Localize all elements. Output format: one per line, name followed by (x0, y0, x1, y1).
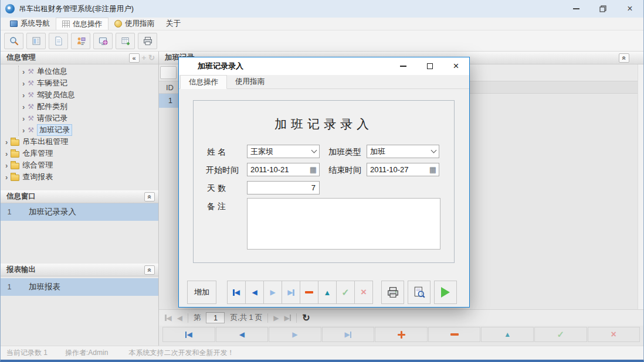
record-next-button[interactable]: ▶ (269, 327, 321, 342)
dialog-close-icon[interactable]: × (443, 57, 469, 75)
tree-item-overtime-record[interactable]: ›⚒ 加班记录 (19, 124, 158, 136)
record-confirm-button[interactable]: ✓ (534, 327, 587, 342)
page-first-icon[interactable]: ◀ (165, 315, 172, 322)
name-combobox[interactable] (247, 145, 320, 158)
delete-record-button[interactable] (300, 281, 318, 304)
tree-folder-warehouse[interactable]: › 仓库管理 (1, 148, 158, 159)
page-number-input[interactable] (206, 312, 225, 323)
cancel-button[interactable]: × (354, 281, 373, 304)
tree-folder-crane-rental[interactable]: › 吊车出租管理 (1, 136, 158, 148)
prev-record-button[interactable]: ◀ (245, 281, 264, 304)
type-input[interactable] (370, 145, 428, 158)
expand-arrow-icon[interactable]: › (22, 115, 25, 122)
table-add-icon[interactable] (116, 33, 135, 49)
chevron-down-icon[interactable] (428, 145, 439, 158)
record-first-button[interactable]: ◀ (162, 327, 215, 342)
tree-folder-query-report[interactable]: › 查询报表 (1, 171, 158, 183)
tool-icon: ⚒ (28, 127, 34, 134)
preview-button[interactable] (408, 281, 431, 304)
record-edit-button[interactable]: ▲ (481, 327, 534, 342)
confirm-button[interactable]: ✓ (336, 281, 355, 304)
close-icon[interactable]: × (616, 0, 643, 18)
refresh-page-icon[interactable]: ↻ (302, 312, 310, 323)
tab-label: 使用指南 (235, 77, 265, 87)
run-button[interactable] (434, 281, 457, 304)
expand-arrow-icon[interactable]: › (22, 80, 25, 87)
expand-arrow-icon[interactable]: › (5, 173, 8, 181)
dialog-tab-guide[interactable]: 使用指南 (227, 75, 273, 88)
overtime-form-panel: 加班记录录入 姓 名 加班类型 开始时间 ▦ 结束时间 ▦ 天 数 (193, 100, 455, 263)
menu-item-about[interactable]: 关于 (160, 18, 187, 30)
collapse-panel-icon[interactable]: « (619, 53, 629, 63)
dialog-maximize-icon[interactable] (416, 57, 443, 75)
days-field[interactable] (247, 181, 320, 194)
expand-arrow-icon[interactable]: › (22, 103, 25, 111)
refresh-icon[interactable]: ↻ (148, 53, 155, 62)
vertical-scrollbar[interactable] (638, 64, 643, 309)
edit-record-button[interactable]: ▲ (318, 281, 337, 304)
start-date-picker[interactable]: ▦ (247, 163, 320, 176)
tree-folder-label: 仓库管理 (22, 148, 53, 159)
add-icon[interactable]: + (142, 53, 147, 62)
menu-item-guide[interactable]: 使用指南 (109, 18, 160, 30)
record-prev-button[interactable]: ◀ (216, 327, 269, 342)
record-add-button[interactable] (375, 327, 428, 342)
end-date-picker[interactable]: ▦ (367, 163, 439, 176)
form-list-icon[interactable] (26, 33, 46, 49)
menu-item-info-ops[interactable]: 信息操作 (56, 18, 109, 30)
pagination-bar: ◀ ◀ 第 页,共 1 页 ▶ ▶ ↻ (159, 309, 643, 326)
list-item-overtime-entry[interactable]: 1 加班记录录入 (1, 203, 158, 221)
dialog-minimize-icon[interactable] (390, 57, 416, 75)
tree-item-vehicle-reg[interactable]: ›⚒ 车辆登记 (19, 77, 158, 89)
printer-icon[interactable] (138, 33, 157, 49)
expand-arrow-icon[interactable]: › (5, 138, 8, 146)
page-last-icon[interactable]: ▶ (284, 315, 292, 322)
record-last-button[interactable]: ▶ (322, 327, 375, 342)
last-record-button[interactable]: ▶ (282, 281, 300, 304)
tree-folder-general[interactable]: › 综合管理 (1, 159, 158, 171)
record-cancel-button[interactable]: × (588, 327, 640, 342)
document-icon[interactable] (49, 33, 68, 49)
remark-textarea[interactable] (247, 198, 440, 250)
page-prev-icon[interactable]: ◀ (177, 315, 182, 322)
minimize-icon[interactable] (562, 0, 589, 18)
name-input[interactable] (250, 145, 309, 158)
tool-icon: ⚒ (28, 91, 34, 98)
chevron-down-icon[interactable] (309, 145, 319, 158)
play-icon (441, 287, 450, 298)
expand-arrow-icon[interactable]: › (5, 162, 8, 169)
user-report-icon[interactable] (71, 33, 90, 49)
menu-item-system-nav[interactable]: 系统导航 (4, 18, 56, 30)
tree-item-unit-info[interactable]: ›⚒ 单位信息 (19, 66, 158, 77)
next-record-button[interactable]: ▶ (263, 281, 282, 304)
end-date-input[interactable] (370, 163, 427, 176)
expand-arrow-icon[interactable]: › (22, 127, 25, 134)
calendar-icon[interactable]: ▦ (427, 165, 439, 174)
list-item-overtime-report[interactable]: 1 加班报表 (1, 278, 158, 296)
add-button[interactable]: 增加 (187, 281, 216, 304)
collapse-sidebar-icon[interactable]: « (129, 53, 140, 63)
expand-arrow-icon[interactable]: › (22, 91, 25, 99)
type-combobox[interactable] (367, 145, 439, 158)
first-record-button[interactable]: ◀ (227, 281, 246, 304)
restore-icon[interactable] (589, 0, 616, 18)
collapse-section-icon[interactable]: « (144, 192, 155, 202)
print-button[interactable] (381, 281, 404, 304)
grid-toolbar-button[interactable] (160, 66, 177, 79)
tree-item-parts-category[interactable]: ›⚒ 配件类别 (19, 101, 158, 112)
collapse-section-icon[interactable]: « (144, 265, 155, 275)
record-delete-button[interactable] (428, 327, 481, 342)
start-date-input[interactable] (250, 163, 307, 176)
search-icon[interactable] (4, 33, 23, 49)
dialog-tab-info-ops[interactable]: 信息操作 (180, 75, 227, 89)
tree-item-leave-record[interactable]: ›⚒ 请假记录 (19, 112, 158, 124)
tree-item-driver-info[interactable]: ›⚒ 驾驶员信息 (19, 89, 158, 101)
main-toolbar (1, 30, 643, 52)
tool-icon: ⚒ (28, 103, 34, 110)
calendar-icon[interactable]: ▦ (307, 165, 319, 174)
expand-arrow-icon[interactable]: › (5, 150, 8, 158)
page-next-icon[interactable]: ▶ (273, 315, 279, 322)
screen-globe-icon[interactable] (93, 33, 113, 49)
days-input[interactable] (250, 182, 319, 194)
expand-arrow-icon[interactable]: › (22, 68, 25, 76)
